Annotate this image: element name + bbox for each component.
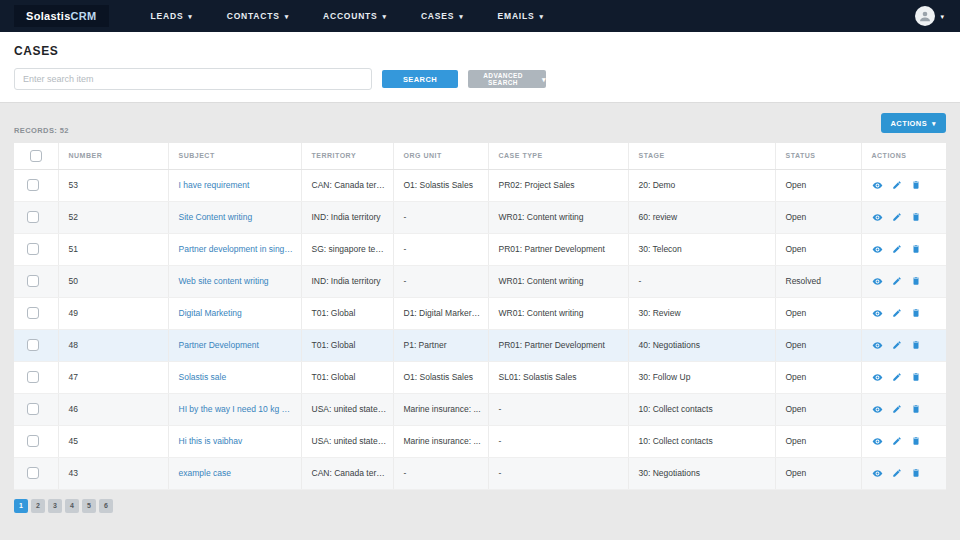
delete-icon[interactable] <box>911 340 921 350</box>
case-status: Open <box>775 201 861 233</box>
cases-table-card: NUMBERSUBJECTTERRITORYORG UNITCASE TYPES… <box>14 143 946 490</box>
row-checkbox[interactable] <box>27 275 39 287</box>
case-number: 47 <box>58 361 168 393</box>
row-checkbox[interactable] <box>27 307 39 319</box>
user-icon <box>918 9 932 23</box>
case-territory: USA: united states o... <box>301 425 393 457</box>
case-number: 48 <box>58 329 168 361</box>
page-button-4[interactable]: 4 <box>65 499 79 513</box>
edit-icon[interactable] <box>892 468 902 478</box>
app-logo[interactable]: SolastisCRM <box>14 5 109 27</box>
view-icon[interactable] <box>872 404 883 415</box>
view-icon[interactable] <box>872 276 883 287</box>
view-icon[interactable] <box>872 180 883 191</box>
case-subject-link[interactable]: Site Content writing <box>168 201 301 233</box>
page-button-6[interactable]: 6 <box>99 499 113 513</box>
delete-icon[interactable] <box>911 212 921 222</box>
view-icon[interactable] <box>872 308 883 319</box>
row-actions <box>861 169 946 201</box>
page-button-2[interactable]: 2 <box>31 499 45 513</box>
row-checkbox[interactable] <box>27 211 39 223</box>
delete-icon[interactable] <box>911 372 921 382</box>
nav-item-emails[interactable]: EMAILS ▾ <box>498 11 544 21</box>
page-button-1[interactable]: 1 <box>14 499 28 513</box>
edit-icon[interactable] <box>892 180 902 190</box>
advanced-search-button[interactable]: ADVANCED SEARCH ▾ <box>468 70 546 88</box>
row-checkbox[interactable] <box>27 467 39 479</box>
delete-icon[interactable] <box>911 404 921 414</box>
case-status: Open <box>775 329 861 361</box>
page-button-5[interactable]: 5 <box>82 499 96 513</box>
row-checkbox[interactable] <box>27 339 39 351</box>
search-button[interactable]: SEARCH <box>382 70 458 88</box>
row-actions <box>861 265 946 297</box>
edit-icon[interactable] <box>892 404 902 414</box>
view-icon[interactable] <box>872 340 883 351</box>
case-subject-link[interactable]: Digital Marketing <box>168 297 301 329</box>
edit-icon[interactable] <box>892 340 902 350</box>
chevron-down-icon: ▾ <box>459 13 463 20</box>
search-input[interactable] <box>14 68 372 90</box>
edit-icon[interactable] <box>892 244 902 254</box>
row-checkbox[interactable] <box>27 403 39 415</box>
delete-icon[interactable] <box>911 180 921 190</box>
case-type: - <box>488 425 628 457</box>
case-number: 45 <box>58 425 168 457</box>
nav-item-leads[interactable]: LEADS ▾ <box>151 11 193 21</box>
delete-icon[interactable] <box>911 468 921 478</box>
case-org-unit: - <box>393 201 488 233</box>
main-nav: LEADS ▾ CONTACTS ▾ ACCOUNTS ▾ CASES ▾ EM… <box>151 11 544 21</box>
row-checkbox[interactable] <box>27 435 39 447</box>
view-icon[interactable] <box>872 212 883 223</box>
case-subject-link[interactable]: Solastis sale <box>168 361 301 393</box>
select-all-checkbox[interactable] <box>30 150 42 162</box>
case-territory: USA: united states o... <box>301 393 393 425</box>
actions-button[interactable]: ACTIONS ▾ <box>881 113 946 133</box>
case-type: - <box>488 393 628 425</box>
case-subject-link[interactable]: Hi this is vaibhav <box>168 425 301 457</box>
column-header: NUMBER <box>58 143 168 169</box>
view-icon[interactable] <box>872 468 883 479</box>
case-subject-link[interactable]: example case <box>168 457 301 489</box>
page-title: CASES <box>14 44 946 58</box>
nav-item-cases[interactable]: CASES ▾ <box>421 11 464 21</box>
view-icon[interactable] <box>872 436 883 447</box>
row-checkbox[interactable] <box>27 179 39 191</box>
row-checkbox[interactable] <box>27 243 39 255</box>
delete-icon[interactable] <box>911 308 921 318</box>
edit-icon[interactable] <box>892 436 902 446</box>
page-button-3[interactable]: 3 <box>48 499 62 513</box>
case-territory: T01: Global <box>301 329 393 361</box>
column-header: CASE TYPE <box>488 143 628 169</box>
edit-icon[interactable] <box>892 308 902 318</box>
edit-icon[interactable] <box>892 276 902 286</box>
column-header: TERRITORY <box>301 143 393 169</box>
column-header: ORG UNIT <box>393 143 488 169</box>
case-stage: 20: Demo <box>628 169 775 201</box>
delete-icon[interactable] <box>911 276 921 286</box>
row-checkbox[interactable] <box>27 371 39 383</box>
case-number: 43 <box>58 457 168 489</box>
nav-item-label: ACCOUNTS <box>323 11 378 21</box>
chevron-down-icon: ▾ <box>932 120 936 127</box>
nav-item-accounts[interactable]: ACCOUNTS ▾ <box>323 11 387 21</box>
case-subject-link[interactable]: Partner development in singapore <box>168 233 301 265</box>
logo-text: Solastis <box>26 10 71 22</box>
row-actions <box>861 233 946 265</box>
case-subject-link[interactable]: HI by the way I need 10 kg wheat ... <box>168 393 301 425</box>
case-type: WR01: Content writing <box>488 201 628 233</box>
edit-icon[interactable] <box>892 212 902 222</box>
row-checkbox-cell <box>14 201 58 233</box>
edit-icon[interactable] <box>892 372 902 382</box>
case-subject-link[interactable]: Partner Development <box>168 329 301 361</box>
case-subject-link[interactable]: I have requirement <box>168 169 301 201</box>
delete-icon[interactable] <box>911 436 921 446</box>
delete-icon[interactable] <box>911 244 921 254</box>
case-stage: - <box>628 265 775 297</box>
case-subject-link[interactable]: Web site content writing <box>168 265 301 297</box>
nav-item-contacts[interactable]: CONTACTS ▾ <box>227 11 289 21</box>
table-row: 45Hi this is vaibhavUSA: united states o… <box>14 425 946 457</box>
view-icon[interactable] <box>872 244 883 255</box>
user-menu[interactable]: ▾ <box>915 6 944 26</box>
view-icon[interactable] <box>872 372 883 383</box>
